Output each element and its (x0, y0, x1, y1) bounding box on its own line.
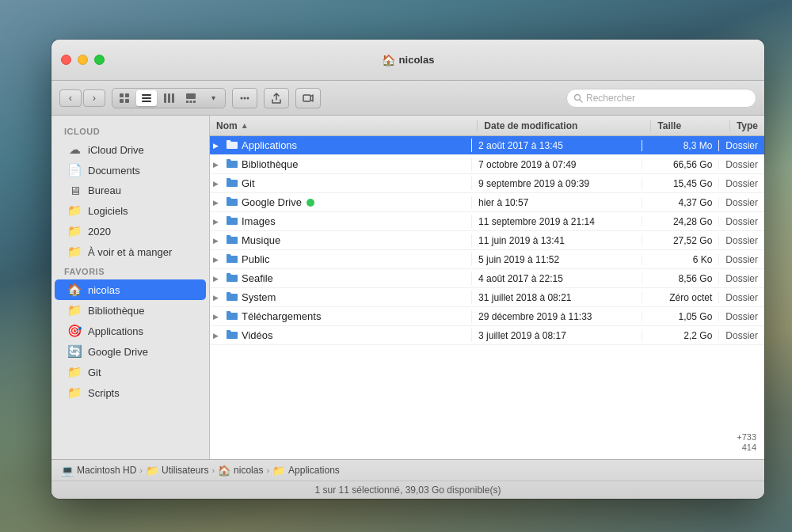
nav-buttons: ‹ › (59, 89, 105, 107)
file-icon (226, 310, 238, 323)
back-button[interactable]: ‹ (59, 89, 82, 107)
svg-rect-6 (142, 101, 151, 102)
expand-arrow[interactable]: ▶ (213, 161, 223, 169)
table-row[interactable]: ▶Git9 septembre 2019 à 09:3915,45 GoDoss… (210, 174, 764, 193)
expand-arrow[interactable]: ▶ (213, 237, 223, 245)
search-box[interactable]: Rechercher (566, 89, 756, 108)
action-button[interactable] (232, 88, 257, 108)
svg-point-15 (244, 97, 246, 99)
col-header-type[interactable]: Type (730, 120, 764, 131)
sidebar: iCloud ☁ iCloud Drive 📄 Documents 🖥 Bure… (51, 116, 210, 459)
bureau-icon: 🖥 (67, 184, 82, 197)
view-column-button[interactable] (158, 90, 179, 106)
table-row[interactable]: ▶Téléchargements29 décembre 2019 à 11:33… (210, 307, 764, 326)
expand-arrow[interactable]: ▶ (213, 313, 223, 321)
expand-arrow[interactable]: ▶ (213, 275, 223, 283)
column-header: Nom ▲ Date de modification Taille Type (210, 116, 764, 136)
table-row[interactable]: ▶System31 juillet 2018 à 08:21Zéro octet… (210, 288, 764, 307)
file-type: Dossier (719, 235, 764, 246)
expand-arrow[interactable]: ▶ (213, 294, 223, 302)
share-button[interactable] (264, 88, 289, 108)
breadcrumb-applications-icon: 📁 (272, 465, 285, 477)
sidebar-item-git[interactable]: 📁 Git (55, 362, 206, 382)
col-header-date[interactable]: Date de modification (478, 120, 651, 131)
sidebar-item-documents[interactable]: 📄 Documents (55, 160, 206, 180)
view-icon-button[interactable] (114, 90, 135, 106)
sidebar-item-logiciels[interactable]: 📁 Logiciels (55, 200, 206, 221)
breadcrumb-utilisateurs[interactable]: 📁 Utilisateurs (146, 465, 208, 477)
file-list: ▶Applications2 août 2017 à 13:458,3 MoDo… (210, 136, 764, 459)
forward-button[interactable]: › (83, 89, 105, 107)
sidebar-section-favoris: Favoris (51, 262, 209, 279)
sidebar-item-nicolas[interactable]: 🏠 nicolas (55, 279, 206, 300)
table-row[interactable]: ▶Google Drivehier à 10:574,37 GoDossier (210, 193, 764, 212)
file-icon (226, 196, 238, 209)
file-size: 27,52 Go (642, 235, 720, 246)
file-date: 31 juillet 2018 à 08:21 (472, 292, 642, 303)
file-icon (226, 215, 238, 228)
file-date: 29 décembre 2019 à 11:33 (472, 311, 642, 322)
file-date: 7 octobre 2019 à 07:49 (472, 159, 642, 170)
svg-rect-0 (120, 93, 124, 97)
expand-arrow[interactable]: ▶ (213, 199, 223, 207)
title-icon: 🏠 (382, 54, 395, 66)
breadcrumb: 💻 Macintosh HD › 📁 Utilisateurs › 🏠 nico… (51, 460, 764, 481)
file-name: Musique (242, 234, 280, 246)
table-row[interactable]: ▶Images11 septembre 2019 à 21:1424,28 Go… (210, 212, 764, 231)
table-row[interactable]: ▶Bibliothèque7 octobre 2019 à 07:4966,56… (210, 155, 764, 174)
table-row[interactable]: ▶Applications2 août 2017 à 13:458,3 MoDo… (210, 136, 764, 155)
sidebar-item-bibliotheque[interactable]: 📁 Bibliothèque (55, 300, 206, 321)
view-list-button[interactable] (136, 90, 157, 106)
close-button[interactable] (61, 55, 71, 65)
table-row[interactable]: ▶Vidéos3 juillet 2019 à 08:172,2 GoDossi… (210, 326, 764, 345)
git-sidebar-icon: 📁 (67, 365, 82, 379)
sidebar-item-a-voir[interactable]: 📁 À voir et à manger (55, 241, 206, 262)
expand-arrow[interactable]: ▶ (213, 142, 223, 150)
sidebar-item-2020[interactable]: 📁 2020 (55, 221, 206, 241)
expand-arrow[interactable]: ▶ (213, 218, 223, 226)
breadcrumb-sep-3: › (266, 466, 269, 475)
breadcrumb-sep-2: › (211, 466, 215, 475)
view-more-button[interactable]: ▾ (203, 90, 223, 106)
sidebar-item-applications[interactable]: 🎯 Applications (55, 321, 206, 341)
svg-rect-4 (142, 94, 151, 96)
title-bar: 🏠 nicolas (51, 40, 764, 81)
view-switcher: ▾ (112, 88, 226, 108)
file-icon (226, 253, 238, 266)
table-row[interactable]: ▶Musique11 juin 2019 à 13:4127,52 GoDoss… (210, 231, 764, 250)
svg-rect-12 (190, 101, 192, 103)
breadcrumb-nicolas[interactable]: 🏠 nicolas (218, 465, 263, 477)
breadcrumb-macintosh-hd[interactable]: 💻 Macintosh HD (61, 465, 136, 477)
file-date: 5 juin 2019 à 11:52 (472, 254, 642, 265)
file-date: hier à 10:57 (472, 197, 642, 208)
applications-sidebar-icon: 🎯 (67, 324, 82, 338)
file-type: Dossier (719, 216, 764, 227)
table-row[interactable]: ▶Seafile4 août 2017 à 22:158,56 GoDossie… (210, 269, 764, 288)
sidebar-a-voir-label: À voir et à manger (88, 246, 172, 258)
minimize-button[interactable] (78, 55, 88, 65)
col-header-size[interactable]: Taille (651, 120, 730, 131)
2020-icon: 📁 (67, 224, 82, 238)
file-size: 24,28 Go (642, 216, 720, 227)
svg-rect-7 (164, 93, 166, 103)
sidebar-item-scripts[interactable]: 📁 Scripts (55, 382, 206, 403)
utilisateurs-icon: 📁 (146, 465, 158, 477)
expand-arrow[interactable]: ▶ (213, 256, 223, 264)
svg-rect-17 (303, 95, 310, 101)
sidebar-item-bureau[interactable]: 🖥 Bureau (55, 180, 206, 200)
tag-button[interactable] (295, 88, 321, 108)
breadcrumb-applications[interactable]: 📁 Applications (272, 465, 340, 477)
file-name: Google Drive (242, 196, 302, 208)
sidebar-item-icloud-drive[interactable]: ☁ iCloud Drive (55, 139, 206, 160)
col-header-name[interactable]: Nom ▲ (210, 120, 478, 131)
expand-arrow[interactable]: ▶ (213, 180, 223, 188)
maximize-button[interactable] (94, 55, 105, 65)
table-row[interactable]: ▶Public5 juin 2019 à 11:526 KoDossier (210, 250, 764, 269)
sidebar-item-google-drive[interactable]: 🔄 Google Drive (55, 341, 206, 362)
file-date: 11 septembre 2019 à 21:14 (472, 216, 642, 227)
expand-arrow[interactable]: ▶ (213, 332, 223, 340)
svg-rect-9 (172, 93, 174, 103)
file-size: 4,37 Go (642, 197, 720, 208)
view-gallery-button[interactable] (181, 90, 201, 106)
sidebar-applications-label: Applications (88, 325, 143, 337)
